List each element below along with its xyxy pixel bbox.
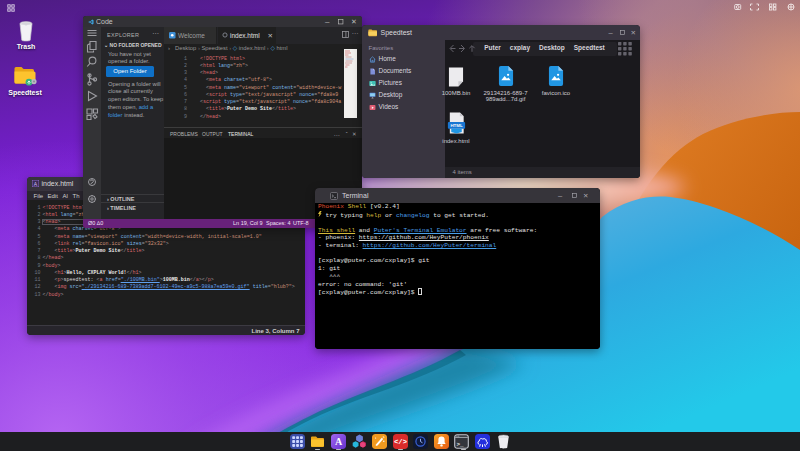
svg-text:>_: >_ bbox=[457, 441, 465, 448]
svg-text:</>: </> bbox=[394, 438, 407, 446]
svg-text:HTML: HTML bbox=[450, 123, 463, 128]
svg-text:A: A bbox=[335, 436, 343, 447]
